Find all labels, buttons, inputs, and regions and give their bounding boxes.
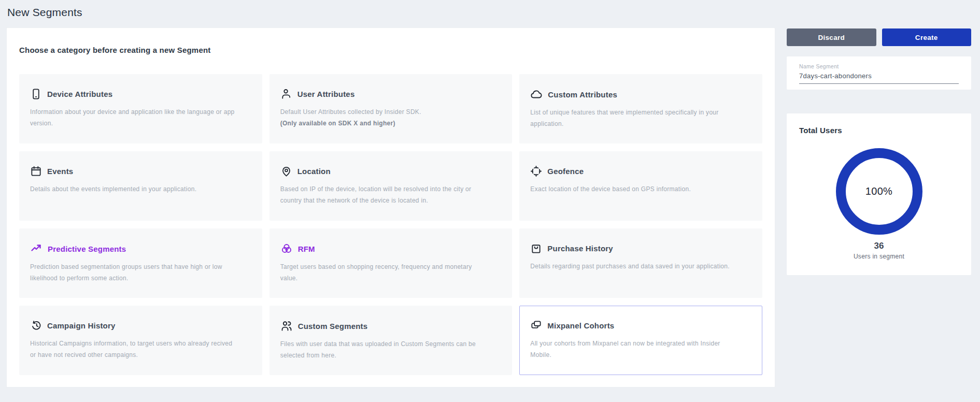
category-card-purchase-history[interactable]: Purchase History Details regarding past … (519, 228, 762, 298)
name-segment-label: Name Segment (799, 63, 959, 69)
category-title: Location (297, 167, 331, 176)
segment-category-panel: Choose a category before creating a new … (6, 27, 775, 387)
category-description: Files with user data that was uploaded i… (280, 339, 490, 361)
discard-button[interactable]: Discard (787, 28, 876, 46)
total-users-donut-chart: 100% (836, 148, 922, 235)
category-card-device-attributes[interactable]: Device Attributes Information about your… (19, 74, 262, 143)
category-title: Custom Segments (298, 322, 368, 331)
category-card-location[interactable]: Location Based on IP of the device, loca… (269, 151, 513, 221)
category-description: Exact location of the device based on GP… (530, 184, 740, 195)
users-count: 36 (874, 241, 884, 251)
category-grid: Device Attributes Information about your… (19, 74, 762, 375)
donut-percent-label: 100% (865, 185, 892, 197)
page-title: New Segments (7, 6, 82, 19)
venn-circles-icon (280, 242, 293, 255)
create-button[interactable]: Create (882, 28, 972, 46)
name-segment-card: Name Segment (787, 56, 971, 90)
shopping-bag-icon (530, 242, 542, 254)
category-card-predictive-segments[interactable]: Predictive Segments Prediction based seg… (19, 228, 262, 298)
total-users-card: Total Users 100% 36 Users in segment (787, 113, 971, 275)
gps-crosshair-icon (530, 165, 542, 177)
category-title: RFM (298, 245, 315, 253)
users-icon (280, 320, 293, 332)
panel-header: Choose a category before creating a new … (19, 46, 762, 54)
category-description: Default User Attributes collected by Ins… (280, 107, 490, 118)
category-title: Predictive Segments (48, 245, 126, 253)
map-pin-icon (280, 165, 292, 177)
category-title: Geofence (547, 167, 584, 176)
category-title: Custom Attributes (548, 90, 617, 99)
category-title: Campaign History (47, 321, 116, 330)
name-segment-input[interactable] (799, 69, 959, 84)
category-description: Historical Campaigns information, to tar… (30, 338, 240, 361)
category-card-events[interactable]: Events Details about the events implemen… (19, 151, 262, 221)
calendar-icon (30, 165, 42, 177)
category-title: Mixpanel Cohorts (547, 321, 614, 330)
category-title: User Attributes (297, 90, 355, 98)
cohorts-overlap-icon (530, 320, 542, 332)
category-card-user-attributes[interactable]: User Attributes Default User Attributes … (269, 74, 513, 143)
category-description: Target users based on shopping recency, … (280, 262, 490, 284)
category-card-custom-segments[interactable]: Custom Segments Files with user data tha… (269, 306, 513, 375)
category-description: Based on IP of the device, location will… (280, 184, 490, 206)
total-users-title: Total Users (799, 126, 959, 135)
category-description: List of unique features that were implem… (530, 107, 740, 130)
cloud-icon (530, 88, 543, 101)
category-description: Details about the events implemented in … (30, 184, 240, 195)
category-title: Purchase History (547, 244, 613, 253)
category-card-rfm[interactable]: RFM Target users based on shopping recen… (269, 228, 513, 298)
category-title: Device Attributes (47, 90, 112, 98)
category-card-mixpanel-cohorts[interactable]: Mixpanel Cohorts All your cohorts from M… (519, 306, 762, 375)
user-icon (280, 88, 292, 100)
users-count-caption: Users in segment (854, 253, 904, 260)
category-description: Prediction based segmentation groups use… (30, 262, 240, 284)
category-card-custom-attributes[interactable]: Custom Attributes List of unique feature… (519, 74, 762, 143)
category-card-campaign-history[interactable]: Campaign History Historical Campaigns in… (19, 306, 262, 375)
category-description-note: (Only available on SDK X and higher) (280, 118, 490, 130)
category-title: Events (47, 167, 73, 176)
history-clock-icon (30, 320, 42, 332)
smartphone-icon (30, 88, 42, 100)
category-description: Details regarding past purchases and dat… (530, 261, 740, 272)
action-buttons: Discard Create (787, 28, 971, 46)
trending-up-icon (30, 242, 42, 255)
category-card-geofence[interactable]: Geofence Exact location of the device ba… (519, 151, 762, 221)
category-description: Information about your device and applic… (30, 107, 240, 129)
category-description: All your cohorts from Mixpanel can now b… (530, 338, 740, 361)
